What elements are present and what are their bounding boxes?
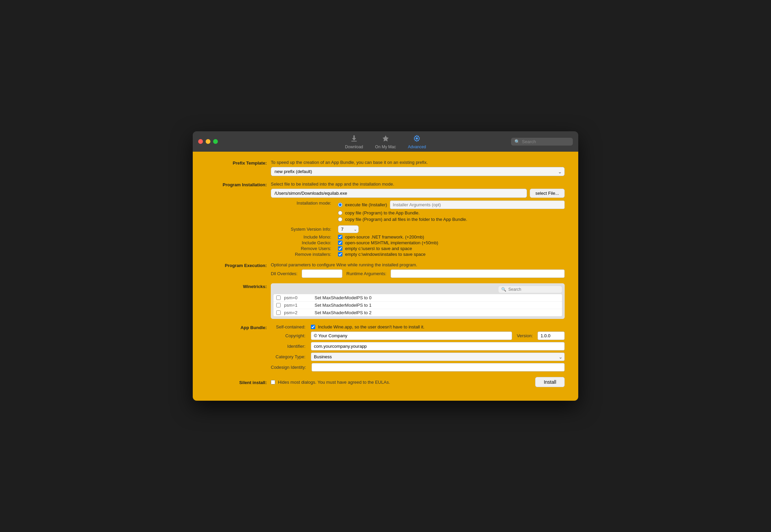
prefix-template-description: To speed up the creation of an App Bundl… xyxy=(271,160,565,165)
codesign-row: Codesign Identity: xyxy=(271,363,565,372)
prefix-template-label: Prefix Template: xyxy=(206,160,271,166)
silent-install-row: Silent install: Hides most dialogs. You … xyxy=(206,377,565,387)
select-file-button[interactable]: select File... xyxy=(530,189,565,198)
install-mode-execute-label: execute file (Installer) xyxy=(345,202,387,207)
identifier-label: Identifier: xyxy=(271,344,308,349)
remove-users-checkbox[interactable] xyxy=(338,246,342,251)
winetricks-search-box[interactable]: 🔍 xyxy=(499,286,562,293)
program-execution-description: Optional parameters to configure Wine wh… xyxy=(271,262,565,267)
winetricks-item-check-0[interactable] xyxy=(276,296,281,300)
prefix-template-select-wrap: new prefix (default) ⌄ xyxy=(271,167,565,176)
remove-installers-row: Remove installers: empty c:\windows\inst… xyxy=(271,252,565,257)
system-version-select-wrap: 7810xpvista ⌄ xyxy=(338,225,359,233)
prefix-template-select[interactable]: new prefix (default) xyxy=(271,167,565,176)
include-mono-row: Include Mono: open-source .NET framework… xyxy=(271,234,565,240)
silent-install-label: Silent install: xyxy=(206,379,271,385)
category-select[interactable]: BusinessEducationEntertainment FinanceGa… xyxy=(311,353,565,361)
dll-overrides-input[interactable] xyxy=(302,269,342,278)
program-installation-label: Program Installation: xyxy=(206,182,271,187)
include-mono-label: Include Mono: xyxy=(271,234,335,240)
include-gecko-row: Include Gecko: open-source MSHTML implem… xyxy=(271,240,565,245)
silent-install-content: Hides most dialogs. You must have agreed… xyxy=(271,377,565,387)
copyright-row: Copyright: Version: xyxy=(271,331,565,340)
search-input[interactable] xyxy=(522,139,569,144)
install-mode-execute-radio[interactable] xyxy=(338,203,342,207)
dll-runtime-row: Dll Overrides: Runtime Arguments: xyxy=(271,269,565,278)
self-contained-label: Self-contained: xyxy=(271,324,308,329)
include-mono-checkbox[interactable] xyxy=(338,235,342,239)
remove-users-row: Remove Users: empty c:\users\ to save an… xyxy=(271,246,565,251)
file-path-input[interactable] xyxy=(271,189,527,198)
tab-download-label: Download xyxy=(345,145,363,149)
svg-rect-2 xyxy=(351,141,357,141)
winetricks-item-check-1[interactable] xyxy=(276,303,281,307)
codesign-label: Codesign Identity: xyxy=(271,365,309,370)
remove-installers-checkbox[interactable] xyxy=(338,252,342,256)
identifier-input[interactable] xyxy=(311,342,565,350)
remove-users-desc: empty c:\users\ to save and space xyxy=(345,246,412,251)
tab-advanced-label: Advanced xyxy=(408,145,426,149)
include-gecko-checkbox[interactable] xyxy=(338,241,342,245)
program-installation-row: Program Installation: Select file to be … xyxy=(206,182,565,257)
remove-installers-label: Remove installers: xyxy=(271,252,335,257)
list-item: psm=1 Set MaxShaderModelPS to 1 xyxy=(274,302,562,309)
category-row: Category Type: BusinessEducationEntertai… xyxy=(271,353,565,361)
identifier-row: Identifier: xyxy=(271,342,565,350)
remove-installers-desc: empty c:\windows\installes to save space xyxy=(345,252,426,257)
install-mode-copy-radio[interactable] xyxy=(338,211,342,215)
traffic-lights xyxy=(198,139,218,144)
install-mode-execute-row: Installation mode: execute file (Install… xyxy=(271,201,565,209)
install-button[interactable]: Install xyxy=(535,377,565,387)
install-mode-copy-all-label: copy file (Program) and all files in the… xyxy=(345,217,467,222)
installation-mode-label: Installation mode: xyxy=(271,201,335,206)
copyright-label: Copyright: xyxy=(271,333,308,338)
maximize-button[interactable] xyxy=(213,139,218,144)
self-contained-desc: Include Wine.app, so the user doesn't ha… xyxy=(318,324,425,329)
winetricks-search-input[interactable] xyxy=(508,287,559,292)
self-contained-checkbox[interactable] xyxy=(311,325,315,329)
winetricks-search-icon: 🔍 xyxy=(501,287,506,292)
program-execution-label: Program Execution: xyxy=(206,262,271,268)
winetricks-row: Winetricks: 🔍 psm=0 Set MaxShaderModelP xyxy=(206,283,565,319)
installation-mode-section: Installation mode: execute file (Install… xyxy=(271,201,565,222)
installer-args-input[interactable] xyxy=(390,201,565,209)
minimize-button[interactable] xyxy=(206,139,210,144)
tab-advanced[interactable]: Advanced xyxy=(407,134,427,149)
file-path-row: select File... xyxy=(271,189,565,198)
install-mode-copy-row: copy file (Program) to the App Bundle. xyxy=(271,210,565,215)
runtime-args-input[interactable] xyxy=(391,269,565,278)
winetricks-item-desc-2: Set MaxShaderModelPS to 2 xyxy=(315,310,559,315)
tab-on-my-mac[interactable]: On My Mac xyxy=(375,134,396,149)
include-gecko-desc: open-source MSHTML implementation (+50mb… xyxy=(345,240,438,245)
on-my-mac-icon xyxy=(381,134,390,143)
install-mode-copy-label: copy file (Program) to the App Bundle. xyxy=(345,210,420,215)
runtime-args-label: Runtime Arguments: xyxy=(346,271,387,276)
search-icon: 🔍 xyxy=(514,139,520,144)
winetricks-item-name-2: psm=2 xyxy=(284,310,311,315)
winetricks-label: Winetricks: xyxy=(206,283,271,289)
system-version-label: System Version Info: xyxy=(271,227,335,232)
version-input[interactable] xyxy=(538,331,565,340)
include-gecko-label: Include Gecko: xyxy=(271,240,335,245)
prefix-template-row: Prefix Template: To speed up the creatio… xyxy=(206,160,565,176)
toolbar-search-box[interactable]: 🔍 xyxy=(511,138,573,146)
category-select-wrap: BusinessEducationEntertainment FinanceGa… xyxy=(311,353,565,361)
prefix-template-content: To speed up the creation of an App Bundl… xyxy=(271,160,565,176)
winetricks-item-desc-1: Set MaxShaderModelPS to 1 xyxy=(315,303,559,308)
copyright-input[interactable] xyxy=(311,331,512,340)
toolbar: Download On My Mac xyxy=(344,134,427,149)
titlebar: Download On My Mac xyxy=(193,131,578,152)
install-mode-copy-all-radio[interactable] xyxy=(338,217,342,222)
main-window: Download On My Mac xyxy=(193,131,578,401)
winetricks-item-check-2[interactable] xyxy=(276,310,281,315)
winetricks-header: 🔍 xyxy=(274,286,562,293)
system-version-select[interactable]: 7810xpvista xyxy=(338,225,359,233)
svg-marker-1 xyxy=(352,138,356,140)
svg-point-5 xyxy=(416,137,418,139)
close-button[interactable] xyxy=(198,139,203,144)
silent-install-checkbox[interactable] xyxy=(271,380,275,384)
codesign-input[interactable] xyxy=(312,363,565,372)
svg-marker-3 xyxy=(382,135,389,141)
tab-download[interactable]: Download xyxy=(344,134,364,149)
winetricks-item-desc-0: Set MaxShaderModelPS to 0 xyxy=(315,295,559,300)
